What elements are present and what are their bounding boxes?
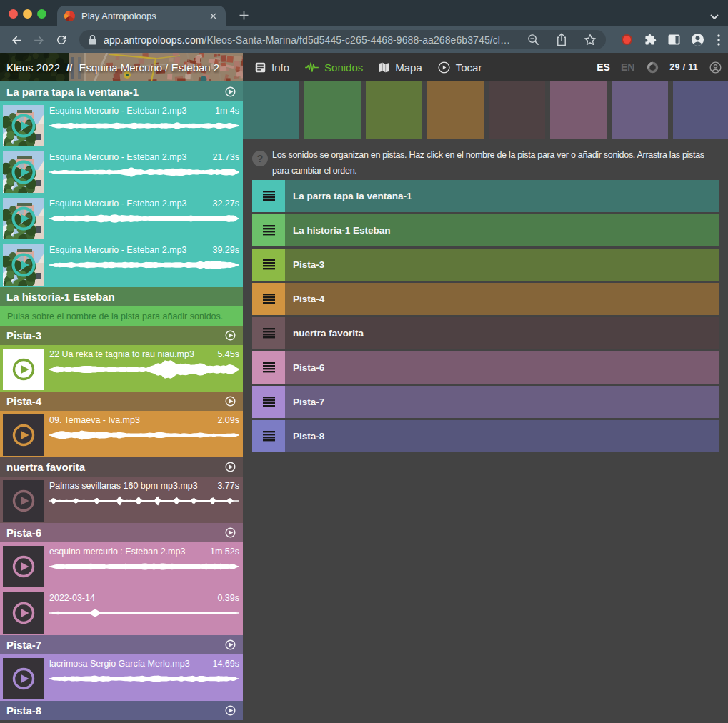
clip-thumbnail-play-button[interactable] — [3, 592, 44, 634]
track-play-button[interactable] — [225, 705, 236, 716]
project-name[interactable]: Kleos 2022 — [6, 61, 60, 74]
star-icon[interactable] — [584, 34, 597, 46]
help-line-1: Los sonidos se organizan en pistas. Haz … — [272, 150, 704, 160]
track-name-button[interactable]: Pista-7 — [285, 386, 719, 418]
reload-button[interactable] — [53, 31, 70, 49]
clip-thumbnail-play-button[interactable] — [3, 198, 44, 239]
clip-thumbnail-play-button[interactable] — [3, 105, 44, 146]
sidebar-clip[interactable]: Esquina Mercurio - Esteban 2.mp332.27s — [0, 194, 243, 241]
header-tab-tocar[interactable]: Tocar — [438, 61, 482, 74]
clip-thumbnail-play-button[interactable] — [3, 480, 44, 522]
track-drag-handle[interactable] — [252, 420, 285, 452]
sidebar-track-header[interactable]: Pista-3 — [0, 326, 243, 345]
sidebar-track-header[interactable]: Pista-4 — [0, 392, 243, 411]
minimize-window-button[interactable] — [23, 9, 32, 19]
sidebar-track-header[interactable]: La parra tapa la ventana-1 — [0, 81, 243, 101]
clip-thumbnail-play-button[interactable] — [3, 546, 44, 587]
track-column-swatch[interactable] — [612, 81, 668, 139]
profile-avatar-icon — [691, 33, 704, 46]
track-play-button[interactable] — [225, 86, 236, 97]
header-tab-mapa[interactable]: Mapa — [379, 61, 422, 74]
track-drag-handle[interactable] — [252, 351, 285, 384]
sidebar-track-header[interactable]: La historia-1 Esteban — [0, 287, 243, 306]
track-name-button[interactable]: Pista-4 — [285, 283, 719, 315]
zoom-window-button[interactable] — [37, 9, 46, 19]
clip-waveform — [49, 666, 239, 692]
track-column-swatch[interactable] — [427, 81, 484, 139]
lang-en-button[interactable]: EN — [621, 61, 634, 73]
side-panel-icon — [668, 34, 680, 45]
track-column-swatch[interactable] — [304, 81, 361, 139]
zoom-out-icon[interactable] — [527, 34, 539, 46]
clip-thumbnail-play-button[interactable] — [3, 414, 44, 456]
sidebar-clip[interactable]: Esquina Mercurio - Esteban 2.mp339.29s — [0, 241, 243, 287]
track-hint-text: Pulsa sobre el nombre de la pista para a… — [7, 311, 223, 321]
side-panel-button[interactable] — [662, 34, 686, 45]
chevron-down-icon — [710, 14, 719, 20]
track-name-button[interactable]: Pista-6 — [285, 351, 719, 384]
sidebar-clip[interactable]: Esquina Mercurio - Esteban 2.mp321.73s — [0, 148, 243, 194]
address-bar[interactable]: app.antropoloops.com/Kleos-Santa-Marina/… — [79, 30, 606, 49]
recording-extension-button[interactable] — [615, 34, 639, 45]
track-name-button[interactable]: La parra tapa la ventana-1 — [285, 180, 719, 212]
clip-thumbnail-play-button[interactable] — [3, 658, 44, 699]
track-drag-handle[interactable] — [252, 214, 285, 246]
extensions-button[interactable] — [639, 34, 662, 46]
sidebar-track-header[interactable]: Pista-6 — [0, 523, 243, 542]
track-name-button[interactable]: La historia-1 Esteban — [285, 214, 719, 246]
account-icon[interactable] — [709, 61, 722, 74]
tab-title: Play Antropoloops — [81, 11, 207, 21]
clip-waveform — [49, 356, 239, 382]
track-name-button[interactable]: Pista-3 — [285, 249, 719, 281]
back-button[interactable] — [8, 31, 25, 49]
close-window-button[interactable] — [9, 9, 18, 19]
track-play-button[interactable] — [225, 527, 236, 538]
sidebar-track-header[interactable]: nuertra favorita — [0, 457, 243, 477]
track-play-button[interactable] — [225, 330, 236, 341]
clip-thumbnail-play-button[interactable] — [3, 349, 44, 390]
track-play-button[interactable] — [225, 462, 236, 472]
tab-strip-chevron-button[interactable] — [710, 10, 719, 23]
track-drag-handle[interactable] — [252, 249, 285, 281]
sidebar-clip[interactable]: 09. Temaeva - Iva.mp32.09s — [0, 411, 243, 457]
track-play-button[interactable] — [225, 396, 236, 407]
header-tab-sonidos[interactable]: Sonidos — [305, 61, 363, 74]
forward-button[interactable] — [30, 31, 47, 49]
track-column-swatch[interactable] — [243, 81, 299, 139]
tab-close-button[interactable] — [207, 11, 219, 22]
browser-tab[interactable]: Play Antropoloops — [57, 6, 226, 26]
profile-button[interactable] — [686, 33, 709, 46]
track-drag-handle[interactable] — [252, 180, 285, 212]
lang-es-button[interactable]: ES — [597, 61, 610, 73]
track-drag-handle[interactable] — [252, 386, 285, 418]
sidebar-clip[interactable]: esquina mercurio : Esteban 2.mp31m 52s — [0, 542, 243, 589]
track-column-swatch[interactable] — [550, 81, 607, 139]
sidebar-clip[interactable]: Palmas sevillanas 160 bpm mp3.mp33.77s — [0, 477, 243, 523]
drag-handle-icon — [263, 225, 275, 236]
new-tab-button[interactable] — [236, 8, 251, 22]
track-drag-handle[interactable] — [252, 317, 285, 349]
track-column-swatch[interactable] — [673, 81, 728, 139]
sidebar-clip[interactable]: Esquina Mercurio - Esteban 2.mp31m 4s — [0, 101, 243, 148]
browser-menu-button[interactable] — [709, 34, 728, 46]
track-play-button[interactable] — [225, 639, 236, 650]
sidebar-clip[interactable]: lacrimosa Sergio García Merlo.mp314.69s — [0, 654, 243, 701]
track-column-swatch[interactable] — [366, 81, 422, 139]
drag-handle-icon — [263, 191, 275, 201]
sidebar-clip[interactable]: 22 Ua reka te tagnia to rau niau.mp35.45… — [0, 345, 243, 392]
reload-icon — [55, 34, 68, 46]
track-name-button[interactable]: nuertra favorita — [285, 317, 719, 349]
clip-thumbnail-play-button[interactable] — [3, 151, 44, 193]
waveform-icon — [305, 62, 319, 73]
track-column-swatch[interactable] — [489, 81, 545, 139]
sidebar-clip[interactable]: 2022-03-140.39s — [0, 589, 243, 635]
favicon-icon — [64, 11, 75, 21]
sidebar-track-header[interactable]: Pista-8 — [0, 701, 243, 720]
header-tab-info[interactable]: Info — [255, 61, 289, 74]
track-drag-handle[interactable] — [252, 283, 285, 315]
track-name-button[interactable]: Pista-8 — [285, 420, 719, 452]
share-icon[interactable] — [556, 33, 567, 46]
app-content: La parra tapa la ventana-1Esquina Mercur… — [0, 81, 728, 723]
sidebar-track-header[interactable]: Pista-7 — [0, 635, 243, 654]
clip-thumbnail-play-button[interactable] — [3, 244, 44, 286]
